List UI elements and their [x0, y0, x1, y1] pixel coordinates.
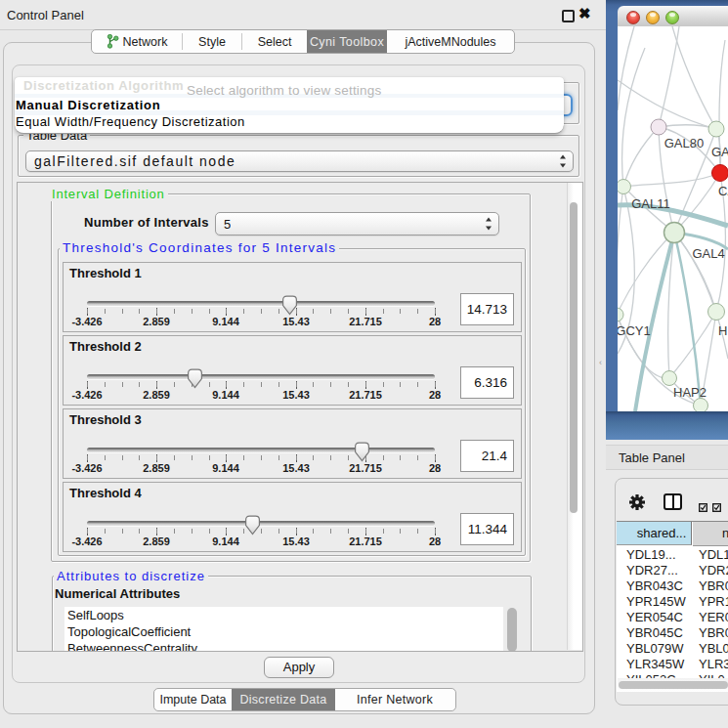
svg-text:GAL4: GAL4 — [692, 246, 724, 261]
svg-text:HAP2: HAP2 — [673, 385, 707, 400]
svg-text:GAL1: GAL1 — [711, 145, 728, 159]
svg-text:HIS: HIS — [718, 323, 728, 338]
svg-text:GCY1: GCY1 — [618, 323, 651, 338]
svg-text:GAL80: GAL80 — [664, 136, 704, 150]
svg-text:CA: CA — [718, 184, 728, 198]
svg-text:GAL11: GAL11 — [631, 196, 670, 211]
